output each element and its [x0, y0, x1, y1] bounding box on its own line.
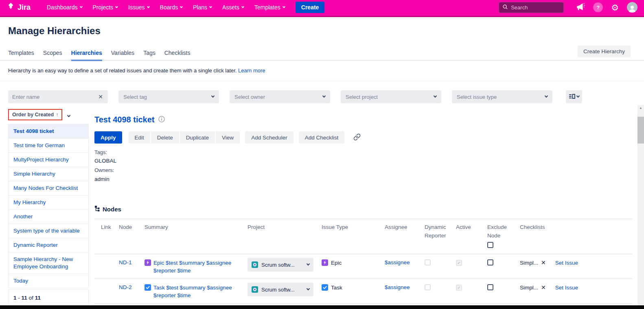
nav-item-dashboards[interactable]: Dashboards [47, 4, 82, 11]
nodes-table-header: LinkNodeSummaryProjectIssue TypeAssignee… [94, 219, 633, 254]
nav-item-plans[interactable]: Plans [193, 4, 212, 11]
project-dropdown[interactable]: Scrum softw... [248, 258, 313, 272]
hierarchy-link[interactable]: MultyProject Hierarchy [9, 153, 88, 167]
tags-label: Tags: [94, 149, 107, 155]
info-icon[interactable] [158, 116, 165, 124]
hierarchy-link[interactable]: Test time for German [9, 139, 88, 152]
tab-scopes[interactable]: Scopes [43, 50, 62, 61]
remove-checklist-button[interactable]: ✕ [541, 284, 546, 291]
set-issue-link[interactable]: Set Issue [555, 260, 578, 266]
edit-button[interactable]: Edit [129, 131, 150, 144]
order-dropdown-button[interactable] [66, 110, 72, 120]
hierarchy-link[interactable]: Another [9, 210, 88, 224]
hierarchy-link[interactable]: Test 4098 ticket [9, 124, 88, 138]
nav-item-assets[interactable]: Assets [222, 4, 244, 11]
scrollbar-thumb[interactable] [637, 117, 644, 144]
bottom-edge-bar [0, 305, 644, 309]
nav-item-issues[interactable]: Issues [128, 4, 149, 11]
nav-item-boards[interactable]: Boards [160, 4, 182, 11]
tab-tags[interactable]: Tags [143, 50, 156, 61]
hierarchy-link[interactable]: System type of the variable [9, 224, 88, 238]
create-button[interactable]: Create [296, 2, 325, 13]
remove-checklist-button[interactable]: ✕ [541, 259, 546, 266]
exclude-node-checkbox[interactable] [487, 284, 493, 290]
node-id-link[interactable]: ND-2 [119, 284, 132, 290]
duplicate-button[interactable]: Duplicate [180, 131, 215, 144]
owners-label: Owners: [94, 167, 114, 173]
nav-item-projects[interactable]: Projects [93, 4, 118, 11]
list-item: Test 4098 ticket [9, 124, 88, 139]
chevron-down-icon [307, 262, 310, 265]
tabs-divider [0, 60, 644, 61]
tab-hierarchies[interactable]: Hierarchies [71, 50, 102, 61]
hierarchy-link[interactable]: Simple Hierarchy [9, 167, 88, 181]
tab-templates[interactable]: Templates [8, 50, 34, 61]
action-buttons: Apply EditDeleteDuplicateView Add Schedu… [94, 131, 363, 144]
delete-button[interactable]: Delete [151, 131, 179, 144]
column-header-dynamic-reporter: Dynamic Reporter [425, 223, 456, 250]
clear-name-icon[interactable]: ✕ [97, 94, 104, 100]
copy-link-button[interactable] [351, 133, 363, 143]
main-menu: DashboardsProjectsIssuesBoardsPlansAsset… [47, 4, 285, 11]
search-box[interactable] [499, 2, 564, 13]
exclude-all-checkbox[interactable] [487, 242, 493, 248]
gear-icon[interactable]: ⚙ [611, 3, 619, 12]
node-id-link[interactable]: ND-1 [119, 259, 132, 265]
column-header-active: Active [456, 223, 487, 250]
chevron-down-icon [307, 287, 310, 290]
chevron-down-icon [283, 5, 285, 8]
avatar[interactable] [627, 2, 637, 13]
apply-button[interactable]: Apply [94, 131, 122, 144]
help-icon[interactable]: ? [593, 2, 603, 12]
assignee-link[interactable]: $assignee [385, 259, 410, 265]
edit-button-group: EditDeleteDuplicateView [129, 131, 240, 144]
epic-icon [145, 259, 151, 266]
column-header-checklists: Checklists [520, 223, 633, 250]
summary-link[interactable]: Epic $test $summary $assignee $reporter … [153, 259, 244, 274]
owner-select[interactable]: Select owner [230, 90, 330, 103]
hierarchy-tree-icon [94, 205, 100, 213]
announcement-icon[interactable] [575, 2, 585, 13]
add-scheduler-button[interactable]: Add Scheduler [245, 131, 294, 144]
jira-logo[interactable]: Jira [7, 2, 31, 13]
hierarchy-link[interactable]: My Hierarchy [9, 196, 88, 209]
issue-type-select[interactable]: Select issue type [452, 90, 552, 103]
list-item: Another [9, 210, 88, 224]
list-item: Many Nodes For Checklist [9, 181, 88, 196]
create-hierarchy-button[interactable]: Create Hierarchy [578, 46, 631, 57]
chevron-down-icon [147, 5, 150, 8]
name-filter-input[interactable] [12, 94, 97, 100]
list-item: My Hierarchy [9, 196, 88, 210]
tab-bar: TemplatesScopesHierarchiesVariablesTagsC… [8, 50, 191, 61]
dynamic-reporter-checkbox [425, 259, 431, 265]
chevron-down-icon [545, 94, 548, 98]
view-button[interactable]: View [216, 131, 240, 144]
learn-more-link[interactable]: Learn more [238, 67, 265, 74]
tab-variables[interactable]: Variables [111, 50, 134, 61]
hierarchy-link[interactable]: Many Nodes For Checklist [9, 181, 88, 195]
scrollbar-up-arrow[interactable]: ▲ [637, 106, 644, 110]
exclude-node-checkbox[interactable] [487, 259, 493, 265]
chevron-down-icon [322, 94, 326, 98]
search-input[interactable] [511, 4, 556, 11]
column-header-summary: Summary [145, 223, 248, 250]
set-issue-link[interactable]: Set Issue [555, 285, 578, 291]
nav-item-templates[interactable]: Templates [254, 4, 285, 11]
hierarchy-link[interactable]: Sample Hierarchy - New Employee Onboardi… [9, 252, 88, 274]
top-navbar: Jira DashboardsProjectsIssuesBoardsPlans… [0, 0, 644, 17]
tag-select[interactable]: Select tag [118, 90, 219, 103]
order-by-created-button[interactable]: Order by Created ↑ [8, 109, 62, 120]
view-mode-button[interactable] [566, 90, 582, 103]
project-dropdown[interactable]: Scrum softw... [248, 283, 313, 296]
assignee-link[interactable]: $assignee [385, 284, 410, 290]
summary-link[interactable]: Task $test $summary $assignee $reporter … [153, 284, 244, 299]
project-select[interactable]: Select project [341, 90, 441, 103]
hierarchy-link[interactable]: Dynamic Reporter [9, 238, 88, 252]
add-checklist-button[interactable]: Add Checklist [299, 131, 345, 144]
chevron-down-icon [241, 5, 244, 8]
hierarchy-link[interactable]: Today [9, 274, 88, 288]
tab-checklists[interactable]: Checklists [164, 50, 191, 61]
issue-type-label: Task [331, 285, 342, 291]
issue-type-label: Epic [331, 260, 342, 266]
page-title: Manage Hierarchies [8, 25, 101, 37]
